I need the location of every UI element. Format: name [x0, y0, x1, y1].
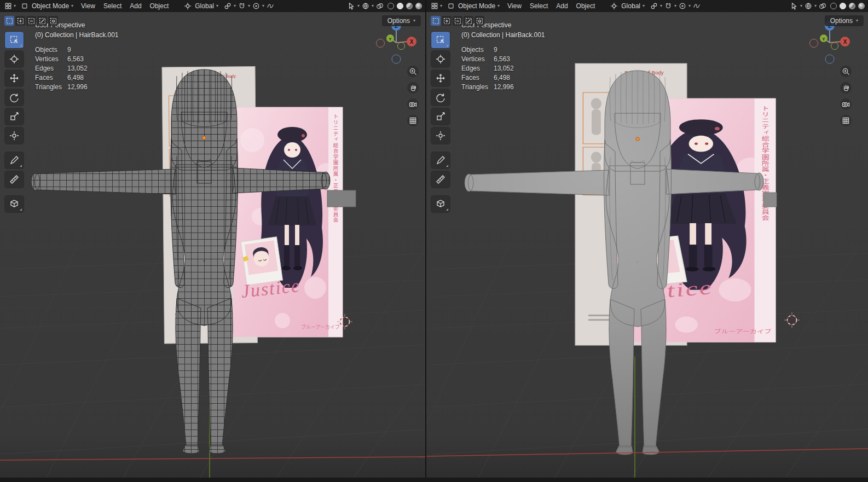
select-mode-extend-icon[interactable]	[442, 16, 452, 26]
orientation-dropdown[interactable]: Global ▾	[606, 1, 648, 11]
cube-object[interactable]	[763, 193, 777, 207]
editor-type-caret[interactable]: ▾	[14, 4, 16, 8]
tool-measure[interactable]	[431, 171, 450, 188]
shading-rendered-icon[interactable]	[858, 3, 865, 9]
falloff-icon[interactable]	[265, 1, 275, 11]
gizmo-x-neg[interactable]	[377, 39, 385, 48]
zoom-icon[interactable]	[840, 66, 852, 77]
shading-solid-icon[interactable]	[397, 3, 403, 9]
mode-dropdown[interactable]: Object Mode ▾	[443, 1, 503, 11]
proportional-caret[interactable]: ▾	[688, 4, 691, 8]
xray-toggle-icon[interactable]	[375, 1, 385, 11]
zoom-icon[interactable]	[407, 66, 419, 77]
select-mode-subtract-icon[interactable]	[453, 16, 462, 26]
gizmo-z-neg[interactable]	[392, 55, 401, 63]
menu-object[interactable]: Object	[572, 1, 599, 11]
menu-add[interactable]: Add	[126, 1, 145, 11]
snap-link-icon[interactable]	[649, 1, 659, 11]
select-mode-extend-icon[interactable]	[15, 16, 25, 26]
tool-move[interactable]	[431, 70, 450, 86]
tool-add-cube[interactable]	[5, 196, 24, 212]
tool-measure[interactable]	[5, 171, 24, 188]
gizmo-x-neg[interactable]	[810, 39, 818, 48]
gizmo-y-neg[interactable]	[398, 43, 405, 50]
overlays-caret[interactable]: ▾	[814, 4, 817, 8]
snap-magnet-icon[interactable]	[663, 1, 673, 11]
camera-view-icon[interactable]	[840, 98, 852, 110]
overlays-icon[interactable]	[803, 1, 813, 11]
shading-material-icon[interactable]	[849, 3, 855, 9]
options-button[interactable]: Options ▾	[382, 15, 421, 26]
menu-object[interactable]: Object	[146, 1, 173, 11]
tool-annotate[interactable]	[5, 152, 24, 169]
mode-dropdown[interactable]: Object Mode ▾	[16, 1, 77, 11]
pan-hand-icon[interactable]	[840, 82, 852, 94]
snap-settings-caret[interactable]: ▾	[674, 4, 676, 8]
xray-toggle-icon[interactable]	[818, 1, 828, 11]
tool-cursor[interactable]	[431, 51, 450, 67]
gizmo-z-neg[interactable]	[825, 55, 834, 63]
falloff-icon[interactable]	[692, 1, 702, 11]
shading-material-icon[interactable]	[406, 3, 413, 9]
show-gizmo-icon[interactable]	[789, 1, 799, 11]
pan-hand-icon[interactable]	[407, 82, 419, 94]
editor-type-icon[interactable]	[3, 1, 13, 11]
editor-type-caret[interactable]: ▾	[440, 4, 442, 8]
menu-view[interactable]: View	[504, 1, 525, 11]
menu-select[interactable]: Select	[100, 1, 125, 11]
tool-rotate[interactable]	[431, 89, 450, 106]
orientation-axes-icon	[183, 1, 193, 11]
status-bar	[0, 478, 868, 482]
menu-select[interactable]: Select	[526, 1, 552, 11]
overlays-icon[interactable]	[361, 1, 371, 11]
tool-scale[interactable]	[5, 108, 24, 125]
proportional-edit-icon[interactable]	[678, 1, 687, 11]
tool-select-box[interactable]	[431, 32, 450, 48]
overlays-caret[interactable]: ▾	[372, 4, 374, 8]
tool-select-box[interactable]	[5, 32, 24, 48]
shading-wireframe-icon[interactable]	[830, 3, 837, 9]
ortho-grid-icon[interactable]	[840, 115, 852, 126]
snap-link-caret[interactable]: ▾	[234, 4, 236, 8]
select-mode-invert-icon[interactable]	[37, 16, 47, 26]
object-mode-icon	[446, 1, 456, 11]
tool-rotate[interactable]	[5, 89, 24, 106]
snap-link-icon[interactable]	[223, 1, 233, 11]
gizmo-caret[interactable]: ▾	[357, 4, 360, 8]
editor-type-icon[interactable]	[430, 1, 439, 11]
select-mode-set-icon[interactable]	[4, 16, 14, 26]
proportional-edit-icon[interactable]	[251, 1, 261, 11]
tool-move[interactable]	[5, 70, 24, 86]
gizmo-y-neg[interactable]	[831, 43, 838, 50]
object-origin-dot	[202, 136, 206, 140]
snap-link-caret[interactable]: ▾	[660, 4, 662, 8]
select-mode-invert-icon[interactable]	[464, 16, 473, 26]
shading-solid-icon[interactable]	[840, 3, 846, 9]
orientation-dropdown[interactable]: Global ▾	[180, 1, 222, 11]
show-gizmo-icon[interactable]	[346, 1, 356, 11]
tool-add-cube[interactable]	[431, 196, 450, 212]
proportional-caret[interactable]: ▾	[262, 4, 264, 8]
tool-annotate[interactable]	[431, 152, 450, 169]
tool-cursor[interactable]	[5, 51, 24, 67]
tool-transform[interactable]	[431, 127, 450, 144]
gizmo-caret[interactable]: ▾	[800, 4, 802, 8]
snap-magnet-icon[interactable]	[237, 1, 247, 11]
menu-add[interactable]: Add	[552, 1, 571, 11]
select-mode-intersect-icon[interactable]	[48, 16, 58, 26]
reference-poster[interactable]	[233, 107, 343, 337]
select-mode-subtract-icon[interactable]	[26, 16, 36, 26]
cube-object[interactable]	[327, 190, 356, 207]
tool-transform[interactable]	[5, 127, 24, 144]
ortho-grid-icon[interactable]	[407, 115, 419, 126]
menu-view[interactable]: View	[77, 1, 99, 11]
select-mode-intersect-icon[interactable]	[474, 16, 484, 26]
snap-settings-caret[interactable]: ▾	[248, 4, 250, 8]
select-mode-set-icon[interactable]	[431, 16, 441, 26]
shading-rendered-icon[interactable]	[415, 3, 422, 9]
shading-wireframe-icon[interactable]	[387, 3, 394, 9]
camera-view-icon[interactable]	[407, 98, 419, 110]
tool-scale[interactable]	[431, 108, 450, 125]
pane-divider[interactable]	[425, 0, 426, 482]
options-button[interactable]: Options ▾	[825, 15, 864, 26]
